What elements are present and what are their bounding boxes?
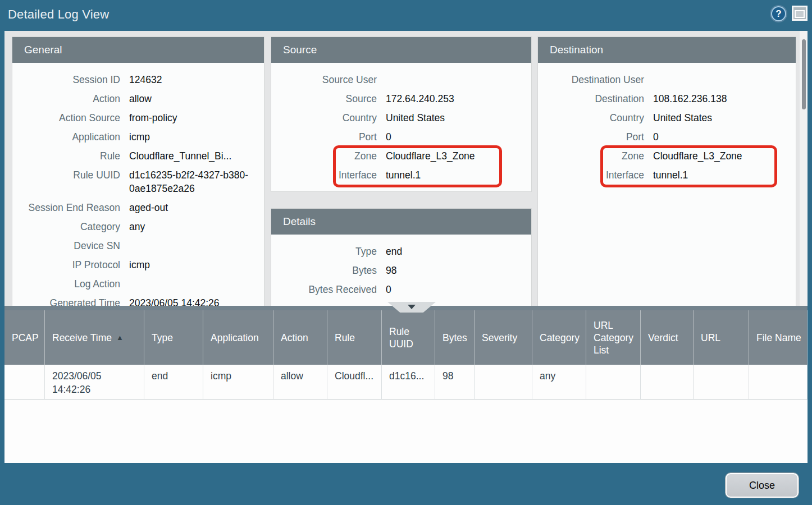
window-restore-icon[interactable] xyxy=(792,6,808,21)
field-value: United States xyxy=(653,111,796,125)
field-label: Source xyxy=(271,92,386,105)
panel-source: Source Source UserSource172.64.240.253Co… xyxy=(271,37,531,191)
field-value: 0 xyxy=(653,130,796,144)
field-value: Cloudflare_L3_Zone xyxy=(653,149,796,163)
field-label: Country xyxy=(538,111,653,125)
field-row: RuleCloudflare_Tunnel_Bi... xyxy=(12,146,264,166)
field-value: allow xyxy=(129,92,264,105)
field-label: Bytes xyxy=(271,264,386,277)
field-value: United States xyxy=(386,111,531,125)
column-header[interactable]: URL Category List xyxy=(586,310,641,365)
field-label: Action xyxy=(12,92,129,105)
field-value: from-policy xyxy=(129,111,264,125)
column-header-label: Type xyxy=(152,332,173,344)
field-row: IP Protocolicmp xyxy=(12,255,264,274)
field-label: Application xyxy=(12,130,129,144)
field-row: Port0 xyxy=(271,127,531,146)
field-label: Device SN xyxy=(12,239,129,252)
field-label: Destination User xyxy=(538,73,653,86)
column-header[interactable]: Application xyxy=(203,310,273,365)
column-header-label: Action xyxy=(281,332,308,344)
field-value: Cloudflare_Tunnel_Bi... xyxy=(129,149,264,163)
field-row: ZoneCloudflare_L3_Zone xyxy=(538,146,796,166)
field-value: end xyxy=(386,245,531,258)
table-cell xyxy=(586,365,641,399)
log-table: PCAPReceive Time▲TypeApplicationActionRu… xyxy=(4,306,808,463)
field-label: Interface xyxy=(538,168,653,182)
field-value xyxy=(386,73,531,86)
field-label: Session ID xyxy=(12,73,129,86)
column-header-label: Application xyxy=(211,332,259,344)
column-header-label: Severity xyxy=(482,332,517,344)
column-header[interactable]: Action xyxy=(273,310,327,365)
panel-destination-header: Destination xyxy=(538,37,796,63)
table-cell: icmp xyxy=(203,365,273,399)
field-value: icmp xyxy=(129,130,264,144)
column-header-label: PCAP xyxy=(12,332,39,344)
field-label: Zone xyxy=(538,149,653,163)
column-header[interactable]: Severity xyxy=(475,310,532,365)
column-header[interactable]: Bytes xyxy=(435,310,475,365)
sort-asc-icon: ▲ xyxy=(116,332,124,344)
field-value: 124632 xyxy=(129,73,264,86)
table-cell: Cloudfl... xyxy=(327,365,382,399)
field-value: tunnel.1 xyxy=(386,168,531,182)
column-header[interactable]: Receive Time▲ xyxy=(45,310,144,365)
table-header-row: PCAPReceive Time▲TypeApplicationActionRu… xyxy=(4,310,808,365)
column-header-label: Receive Time xyxy=(52,332,112,344)
field-row: ZoneCloudflare_L3_Zone xyxy=(271,146,531,166)
field-row: Port0 xyxy=(538,127,796,146)
panel-details-header: Details xyxy=(271,209,531,235)
column-header[interactable]: URL xyxy=(694,310,749,365)
field-value: icmp xyxy=(129,258,264,272)
field-value: 2023/06/05 14:42:26 xyxy=(129,296,264,306)
field-label: Category xyxy=(12,220,129,233)
close-button[interactable]: Close xyxy=(726,473,799,498)
column-header[interactable]: Rule xyxy=(327,310,382,365)
panel-general: General Session ID124632ActionallowActio… xyxy=(12,37,264,306)
field-label: Type xyxy=(271,245,386,258)
panel-source-header: Source xyxy=(271,37,531,63)
table-cell: end xyxy=(144,365,203,399)
field-row: Generated Time2023/06/05 14:42:26 xyxy=(12,293,264,306)
field-row: CountryUnited States xyxy=(538,108,796,127)
field-label: Interface xyxy=(271,168,386,182)
detail-panels-area: General Session ID124632ActionallowActio… xyxy=(4,31,808,306)
field-row: Log Action xyxy=(12,274,264,293)
table-cell: 2023/06/05 14:42:26 xyxy=(45,365,144,399)
column-header[interactable]: Rule UUID xyxy=(382,310,435,365)
field-label: Generated Time xyxy=(12,296,129,306)
field-row: Interfacetunnel.1 xyxy=(271,166,531,185)
help-icon[interactable]: ? xyxy=(771,6,786,21)
column-header-label: Bytes xyxy=(443,332,467,344)
panel-destination: Destination Destination UserDestination1… xyxy=(538,37,796,306)
table-cell: allow xyxy=(273,365,327,399)
field-row: CountryUnited States xyxy=(271,108,531,127)
field-row: Session ID124632 xyxy=(12,70,264,89)
field-label: Port xyxy=(538,130,653,144)
dialog-title: Detailed Log View xyxy=(8,7,109,22)
field-value xyxy=(653,73,796,86)
field-value: any xyxy=(129,220,264,233)
scrollbar-track[interactable] xyxy=(800,31,808,306)
column-header[interactable]: Type xyxy=(144,310,203,365)
field-label: Log Action xyxy=(12,277,129,291)
field-row: Applicationicmp xyxy=(12,127,264,146)
column-header[interactable]: Category xyxy=(532,310,586,365)
field-label: Source User xyxy=(271,73,386,86)
column-header[interactable]: PCAP xyxy=(4,310,45,365)
field-row: Rule UUIDd1c16235-b2f2-4327-b380-0ae1875… xyxy=(12,166,264,198)
column-header-label: Category xyxy=(540,332,580,344)
scrollbar-thumb[interactable] xyxy=(802,39,806,109)
column-header-label: File Name xyxy=(756,332,801,344)
field-label: Bytes Received xyxy=(271,283,386,296)
column-header[interactable]: File Name xyxy=(749,310,808,365)
field-row: Actionallow xyxy=(12,89,264,108)
field-value: aged-out xyxy=(129,201,264,214)
field-value: d1c16235-b2f2-4327-b380-0ae1875e2a26 xyxy=(129,168,264,195)
column-header[interactable]: Verdict xyxy=(641,310,694,365)
field-row: Typeend xyxy=(271,242,531,261)
table-cell xyxy=(475,365,532,399)
field-value xyxy=(129,277,264,291)
field-value xyxy=(129,239,264,252)
